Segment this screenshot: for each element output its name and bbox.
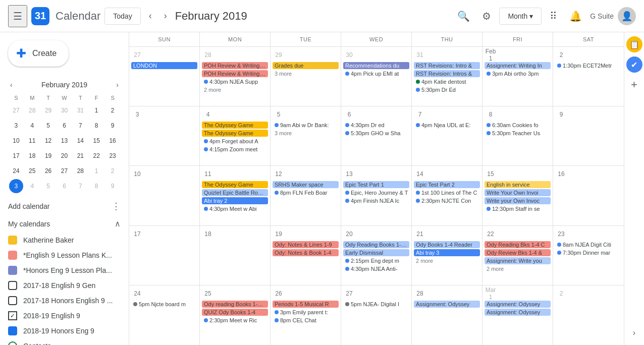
event[interactable]: 7:30pm Dinner mar (555, 249, 622, 256)
mini-day[interactable]: 17 (9, 149, 23, 163)
event[interactable]: English in service (485, 181, 551, 188)
mini-next-button[interactable]: › (114, 79, 121, 91)
mini-day[interactable]: 23 (105, 149, 120, 163)
event[interactable]: Ody Reading Bks 1-4 C (485, 241, 551, 248)
mini-day[interactable]: 9 (105, 179, 120, 193)
event[interactable]: 8am NJEA Digit Citi (555, 241, 622, 248)
mini-day[interactable]: 25 (25, 164, 39, 178)
day-number[interactable]: 13 (343, 168, 355, 180)
event[interactable]: POH Review & Writing Conferences (202, 70, 268, 77)
event[interactable]: 4:30pm Meet w Abi (202, 205, 268, 212)
mini-day[interactable]: 24 (9, 164, 23, 178)
event[interactable]: 5:30pm GHO w Sha (343, 130, 409, 137)
event[interactable]: RST Revision: Intros & (414, 70, 480, 77)
mini-day[interactable]: 19 (41, 149, 56, 163)
mini-day[interactable]: 30 (57, 103, 71, 118)
day-number[interactable]: 20 (343, 228, 355, 240)
day-number[interactable]: 28 (414, 288, 426, 300)
mini-day[interactable]: 2 (105, 103, 120, 118)
mini-prev-button[interactable]: ‹ (8, 79, 15, 91)
notifications-button[interactable]: 🔔 (565, 6, 586, 26)
event[interactable]: 4pm Finish NJEA Ic (343, 197, 409, 204)
next-nav-button[interactable]: › (160, 8, 171, 24)
event[interactable]: The Odyssey Game (202, 122, 268, 129)
event[interactable]: 3pm Emily parent t: (273, 309, 339, 316)
event[interactable]: 9am Abi w Dr Bank: (273, 122, 339, 129)
day-number[interactable]: 31 (414, 49, 426, 61)
day-number[interactable]: Feb 1 (485, 49, 497, 61)
calendar-item-2018honors[interactable]: 2018-19 Honors Eng 9 (0, 323, 129, 338)
event[interactable]: Assignment: Odyssey (485, 309, 551, 316)
user-avatar[interactable]: 👤 (618, 7, 636, 25)
event[interactable]: LONDON (131, 62, 197, 69)
event[interactable]: 6:30am Cookies fo (485, 122, 551, 129)
day-number[interactable]: 14 (414, 168, 426, 180)
calendar-item-english9[interactable]: *English 9 Lesson Plans K... (0, 248, 129, 263)
day-number[interactable]: 23 (555, 228, 567, 240)
event[interactable]: Assignment: Odyssey (485, 301, 551, 308)
event[interactable]: Write Your Own Invoi (485, 189, 551, 196)
event[interactable]: 4pm Katie dentost (414, 78, 480, 85)
day-number[interactable]: 5 (273, 108, 285, 121)
event[interactable]: Ody Reading Books 1-4 Graphic Novel (343, 241, 409, 248)
day-number[interactable]: 9 (555, 108, 567, 121)
day-number[interactable]: 2 (555, 288, 567, 300)
day-number[interactable]: 2 (555, 49, 567, 61)
right-panel-icon-yellow[interactable]: 📋 (626, 36, 642, 52)
mini-day[interactable]: 20 (57, 149, 71, 163)
day-number[interactable]: 17 (131, 228, 143, 240)
apps-button[interactable]: ⠿ (546, 6, 561, 26)
search-button[interactable]: 🔍 (453, 6, 474, 26)
hamburger-menu[interactable]: ☰ (8, 5, 27, 27)
right-panel-icon-chevron[interactable]: › (626, 325, 642, 341)
day-number[interactable]: 18 (202, 228, 214, 240)
day-number[interactable]: 16 (555, 168, 567, 180)
event[interactable]: 4pm Forget about A (202, 138, 268, 145)
event[interactable]: Epic Test Part 1 (343, 181, 409, 188)
day-number[interactable]: 24 (131, 288, 143, 300)
mini-day[interactable]: 7 (73, 179, 87, 193)
event[interactable]: Assignment: Write you (485, 257, 551, 264)
event[interactable]: Abi tray 3 (414, 249, 480, 256)
mini-day[interactable]: 18 (25, 149, 39, 163)
event[interactable]: 5:30pm Dr Ed (414, 86, 480, 93)
more-link[interactable]: 3 more (273, 70, 339, 77)
event[interactable]: Quizlet Epic Battle Royale (202, 189, 268, 196)
event[interactable]: Epic, Hero Journey & T (343, 189, 409, 196)
calendar-item-honors9[interactable]: *Honors Eng 9 Lesson Pla... (0, 263, 129, 278)
my-calendars-section[interactable]: My calendars ∧ (0, 215, 129, 233)
mini-day[interactable]: 29 (41, 103, 56, 118)
mini-day[interactable]: 4 (25, 179, 39, 193)
mini-day[interactable]: 5 (41, 179, 56, 193)
event[interactable]: 3pm Abi ortho 3pm (485, 70, 551, 77)
day-number[interactable]: 10 (131, 168, 143, 180)
mini-day[interactable]: 3 (9, 119, 23, 133)
add-calendar-row[interactable]: Add calendar ⋮ (0, 198, 129, 215)
mini-day[interactable]: 13 (57, 134, 71, 148)
more-link[interactable]: 2 more (414, 257, 480, 264)
right-panel-icon-blue[interactable]: ✔ (626, 56, 642, 73)
event[interactable]: 8pm CEL Chat (273, 317, 339, 324)
event[interactable]: Abi tray 2 (202, 197, 268, 204)
mini-day[interactable]: 9 (105, 119, 120, 133)
add-calendar-icon[interactable]: ⋮ (112, 201, 121, 212)
more-link[interactable]: 2 more (485, 265, 551, 272)
event[interactable]: 4:15pm Zoom meet (202, 146, 268, 153)
event[interactable]: 2:15pm Eng dept m (343, 257, 409, 264)
mini-day[interactable]: 1 (89, 103, 103, 118)
day-number[interactable]: 12 (273, 168, 285, 180)
day-number[interactable]: Mar 1 (485, 288, 497, 300)
day-number[interactable]: 30 (343, 49, 355, 61)
day-number[interactable]: 27 (131, 49, 143, 61)
event[interactable]: RST Revisions: Intro & (414, 62, 480, 69)
mini-day[interactable]: 10 (9, 134, 23, 148)
mini-day[interactable]: 22 (89, 149, 103, 163)
mini-day[interactable]: 2 (105, 164, 120, 178)
event[interactable]: Grades due (273, 62, 339, 69)
mini-day[interactable]: 28 (25, 103, 39, 118)
prev-nav-button[interactable]: ‹ (145, 8, 156, 24)
event[interactable]: Early Dismissal (343, 249, 409, 256)
mini-day[interactable]: 7 (73, 119, 87, 133)
mini-day[interactable]: 6 (57, 119, 71, 133)
mini-day[interactable]: 12 (41, 134, 56, 148)
